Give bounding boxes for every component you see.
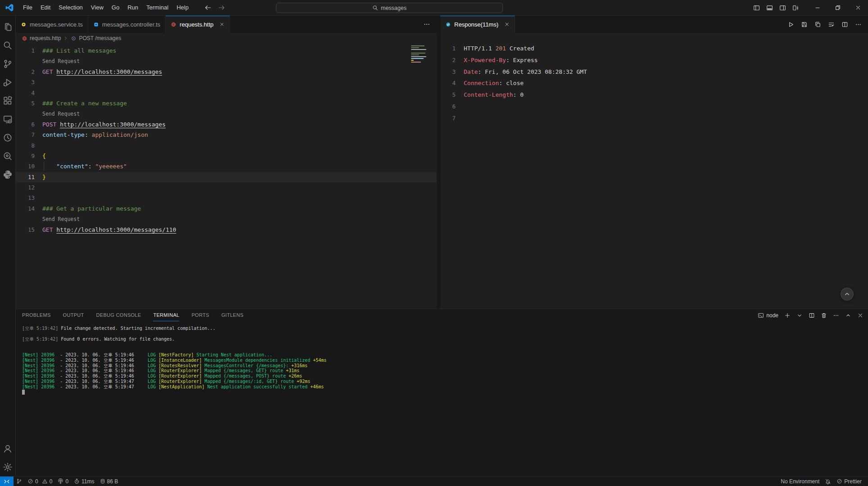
activity-run-debug-icon[interactable] (0, 73, 16, 91)
tab-messages-service-ts[interactable]: messages.service.ts (16, 16, 88, 33)
environment-selector[interactable]: No Environment (778, 478, 822, 485)
run-icon[interactable] (787, 21, 794, 28)
tab-requests-http[interactable]: requests.http (166, 16, 230, 33)
activity-gitlens-inspect-icon[interactable] (0, 147, 16, 165)
layout-sidebar-left-icon[interactable] (753, 4, 760, 11)
terminal-text: - 2023. 10. 06. 오후 5:19:46 (60, 358, 148, 363)
send-request-codelens[interactable]: Send Request (42, 216, 80, 222)
radio-tower-icon (58, 478, 63, 484)
response-size-status[interactable]: 86 B (97, 477, 121, 486)
activity-gitlens-icon[interactable] (0, 128, 16, 147)
response-time-status[interactable]: 11ms (71, 477, 97, 486)
token: close (506, 80, 524, 86)
menu-edit[interactable]: Edit (36, 2, 54, 13)
activity-extensions-icon[interactable] (0, 91, 16, 110)
split-editor-icon[interactable] (841, 21, 848, 28)
minimize-button[interactable] (807, 0, 827, 16)
code-line: 4 (16, 88, 437, 98)
panel-tab-terminal[interactable]: TERMINAL (153, 309, 179, 321)
token: ### Create a new message (42, 100, 127, 107)
problems-status[interactable]: 0 0 (25, 477, 55, 486)
panel-tab-ports[interactable]: PORTS (191, 309, 209, 321)
tab-response[interactable]: Response(11ms) (440, 16, 515, 33)
formatter-status[interactable]: Prettier (834, 478, 864, 485)
activity-remote-explorer-icon[interactable] (0, 110, 16, 128)
line-number: 3 (440, 66, 456, 78)
menu-file[interactable]: File (19, 2, 36, 13)
more-icon[interactable] (855, 21, 862, 28)
token: Express (513, 57, 538, 63)
back-arrow-icon[interactable] (204, 4, 212, 11)
more-icon[interactable] (833, 312, 839, 319)
send-request-codelens[interactable]: Send Request (42, 58, 80, 64)
editor-sash[interactable] (437, 16, 440, 309)
warning-icon (42, 478, 48, 484)
response-editor[interactable]: 1HTTP/1.1 201 Created2X-Powered-By: Expr… (440, 33, 868, 309)
terminal-output[interactable]: [오후 5:19:42] File change detected. Start… (16, 321, 868, 476)
activity-explorer-icon[interactable] (0, 18, 16, 36)
copy-icon[interactable] (814, 21, 821, 28)
minimap[interactable] (410, 45, 430, 71)
command-center-search[interactable]: messages (276, 3, 503, 13)
panel-tab-output[interactable]: OUTPUT (63, 309, 84, 321)
forward-arrow-icon[interactable] (218, 4, 225, 11)
activity-source-control-icon[interactable] (0, 54, 16, 73)
code-line: 10 "content": "yeeeees" (16, 161, 437, 171)
chevron-down-icon[interactable] (796, 312, 803, 319)
forwarded-ports[interactable]: 0 (55, 477, 71, 486)
http-editor[interactable]: 1### List all messagesSend Request2GET h… (16, 44, 437, 309)
menu-terminal[interactable]: Terminal (142, 2, 172, 13)
token: { (42, 153, 46, 159)
layout-sidebar-right-icon[interactable] (779, 4, 786, 11)
menu-view[interactable]: View (87, 2, 108, 13)
notifications-status[interactable] (822, 478, 834, 485)
code-line: 2X-Powered-By: Express (440, 54, 868, 66)
code-line: 7content-type: application/json (16, 130, 437, 140)
terminal-icon (758, 312, 764, 319)
split-editor-icon[interactable] (809, 312, 815, 319)
save-icon[interactable] (801, 21, 808, 28)
breadcrumb-symbol[interactable]: POST /messages (79, 35, 121, 41)
request-url-link[interactable]: http://localhost:3000/messages (56, 68, 162, 75)
terminal-line: [Nest] 20396 - 2023. 10. 06. 오후 5:19:47 … (22, 379, 868, 384)
menu-go[interactable]: Go (108, 2, 123, 13)
code-line: 2GET http://localhost:3000/messages (16, 67, 437, 77)
remote-indicator[interactable] (0, 477, 14, 486)
more-actions-icon[interactable] (423, 21, 430, 28)
close-icon[interactable] (857, 312, 863, 319)
layout-panel-icon[interactable] (766, 4, 773, 11)
activity-settings-icon[interactable] (0, 458, 16, 476)
panel-tab-gitlens[interactable]: GITLENS (222, 309, 244, 321)
panel-tab-debug-console[interactable]: DEBUG CONSOLE (96, 309, 141, 321)
activity-search-icon[interactable] (0, 36, 16, 54)
add-icon[interactable] (784, 312, 791, 319)
panel-tab-problems[interactable]: PROBLEMS (22, 309, 51, 321)
close-window-button[interactable] (848, 0, 868, 16)
menu-run[interactable]: Run (123, 2, 142, 13)
request-url-link[interactable]: http://localhost:3000/messages/110 (56, 226, 176, 233)
send-request-codelens[interactable]: Send Request (42, 111, 80, 117)
terminal-instance[interactable]: node (758, 312, 778, 319)
line-content: Date: Fri, 06 Oct 2023 08:28:32 GMT (464, 66, 587, 78)
menu-help[interactable]: Help (172, 2, 193, 13)
close-icon[interactable] (219, 22, 225, 27)
breadcrumb-file[interactable]: requests.http (30, 35, 61, 41)
tab-messages-controller-ts[interactable]: messages.controller.ts (88, 16, 166, 33)
source-control-status[interactable] (14, 477, 25, 486)
error-icon (27, 478, 33, 484)
request-url-link[interactable]: http://localhost:3000/messages (60, 121, 166, 128)
trash-icon[interactable] (821, 312, 827, 319)
fold-icon[interactable] (828, 21, 835, 28)
close-icon[interactable] (504, 22, 510, 27)
terminal-text: LOG (148, 358, 158, 363)
activity-account-icon[interactable] (0, 439, 16, 458)
layout-customize-icon[interactable] (792, 4, 799, 11)
line-number: 6 (16, 119, 35, 130)
scroll-to-top-button[interactable] (841, 288, 854, 301)
menu-selection[interactable]: Selection (54, 2, 86, 13)
activity-python-icon[interactable] (0, 165, 16, 184)
chevron-up-icon[interactable] (845, 312, 851, 319)
tab-label: messages.service.ts (30, 21, 83, 28)
restore-button[interactable] (827, 0, 848, 16)
terminal-line: [오후 5:19:42] File change detected. Start… (22, 326, 868, 331)
